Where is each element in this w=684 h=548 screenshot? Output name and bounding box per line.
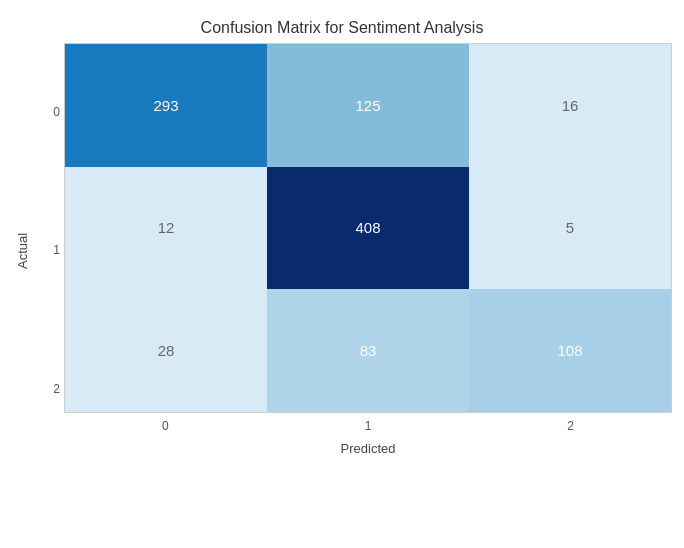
cell-1-0: 12 bbox=[65, 167, 267, 290]
cell-1-2: 5 bbox=[469, 167, 671, 290]
confusion-matrix: 293125161240852883108 bbox=[64, 43, 672, 413]
x-tick-1: 1 bbox=[267, 413, 470, 438]
y-ticks: 0 1 2 bbox=[34, 43, 64, 458]
x-tick-0: 0 bbox=[64, 413, 267, 438]
chart-title: Confusion Matrix for Sentiment Analysis bbox=[12, 9, 672, 43]
chart-container: Confusion Matrix for Sentiment Analysis … bbox=[12, 9, 672, 539]
x-ticks: 0 1 2 bbox=[64, 413, 672, 438]
cell-0-2: 16 bbox=[469, 44, 671, 167]
cell-2-2: 108 bbox=[469, 289, 671, 412]
cell-0-0: 293 bbox=[65, 44, 267, 167]
y-tick-1: 1 bbox=[34, 181, 60, 319]
x-tick-2: 2 bbox=[469, 413, 672, 438]
cell-1-1: 408 bbox=[267, 167, 469, 290]
y-axis-label: Actual bbox=[12, 43, 34, 458]
cell-2-0: 28 bbox=[65, 289, 267, 412]
x-axis-label: Predicted bbox=[64, 438, 672, 458]
y-tick-0: 0 bbox=[34, 43, 60, 181]
cell-0-1: 125 bbox=[267, 44, 469, 167]
y-tick-2: 2 bbox=[34, 320, 60, 458]
matrix-wrapper: 293125161240852883108 0 1 2 Predicted bbox=[64, 43, 672, 458]
cell-2-1: 83 bbox=[267, 289, 469, 412]
